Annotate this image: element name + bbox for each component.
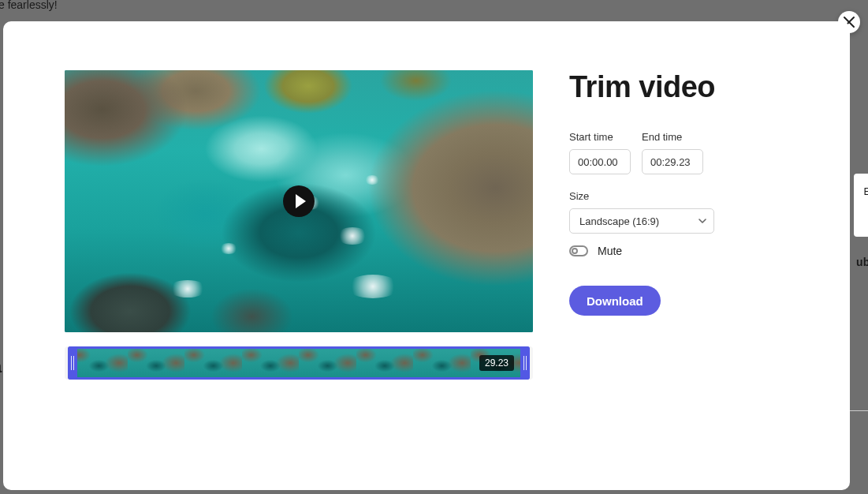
bg-text-fragment: tly, share fearlessly!: [0, 0, 58, 11]
toggle-knob: [572, 248, 578, 254]
trim-timeline[interactable]: 29.23: [65, 346, 533, 380]
duration-badge: 29.23: [479, 355, 514, 371]
controls-column: Trim video Start time End time Size: [569, 70, 788, 443]
download-button[interactable]: Download: [569, 286, 661, 316]
modal-title: Trim video: [569, 70, 788, 104]
bg-text-fragment: EPANS: [863, 185, 868, 197]
size-select[interactable]: [569, 208, 714, 234]
timeline-thumbnails: [70, 349, 527, 377]
timeline-thumbnail: [413, 349, 471, 377]
start-time-input[interactable]: [569, 149, 631, 174]
time-row: Start time End time: [569, 131, 788, 174]
timeline-thumbnail: [128, 349, 185, 377]
start-time-field: Start time: [569, 131, 631, 174]
size-label: Size: [569, 190, 788, 202]
size-field: Size: [569, 190, 788, 234]
video-frame-detail: [168, 280, 207, 298]
mute-row: Mute: [569, 245, 788, 257]
bg-text-fragment: a: [0, 357, 2, 377]
trim-selection: [68, 346, 530, 380]
mute-toggle[interactable]: [569, 245, 588, 256]
end-time-input[interactable]: [642, 149, 703, 174]
start-time-label: Start time: [569, 131, 631, 143]
end-time-label: End time: [642, 131, 703, 143]
trim-start-handle[interactable]: [68, 346, 77, 380]
size-select-wrap: [569, 208, 714, 234]
timeline-thumbnail: [70, 349, 128, 377]
end-time-field: End time: [642, 131, 703, 174]
bg-card-fragment: [854, 174, 868, 237]
timeline-thumbnail: [242, 349, 300, 377]
trim-video-modal: 29.23 Trim video Start time End time Siz…: [3, 21, 850, 490]
timeline-thumbnail: [184, 349, 242, 377]
trim-end-handle[interactable]: [520, 346, 530, 380]
timeline-thumbnail: [356, 349, 414, 377]
video-frame-detail: [337, 227, 368, 245]
preview-column: 29.23: [65, 70, 533, 443]
mute-label: Mute: [598, 245, 622, 257]
video-preview[interactable]: [65, 70, 533, 332]
bg-text-fragment: ube: [856, 256, 868, 268]
video-frame-detail: [345, 275, 400, 298]
play-button[interactable]: [283, 185, 315, 217]
timeline-thumbnail: [299, 349, 356, 377]
video-frame-detail: [364, 175, 380, 185]
